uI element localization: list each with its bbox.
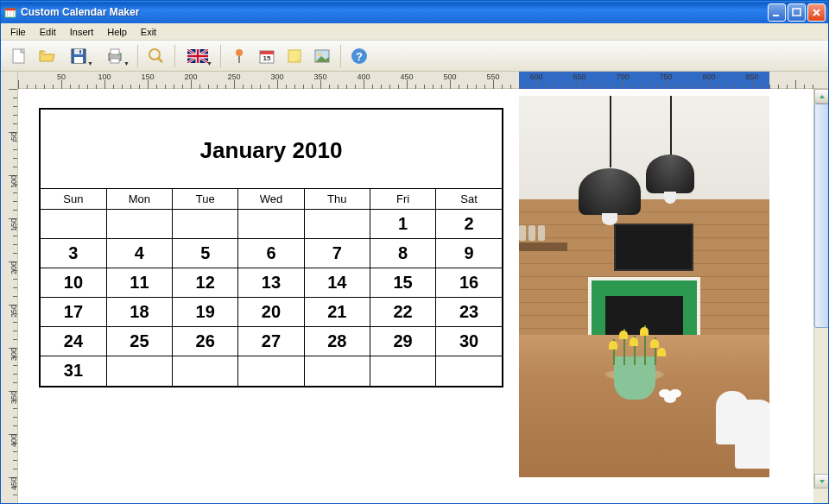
calendar-day-cell[interactable]: 18 [106, 298, 172, 327]
menu-file[interactable]: File [4, 25, 32, 39]
help-button[interactable]: ? [346, 43, 372, 69]
calendar-day-cell[interactable]: 19 [173, 298, 238, 327]
open-button[interactable] [34, 43, 60, 69]
calendar-day-cell[interactable]: 13 [238, 268, 304, 298]
calendar-day-cell[interactable] [370, 356, 435, 386]
calendar-day-cell[interactable]: 20 [238, 298, 304, 327]
ruler-label: 100 [98, 72, 111, 81]
calendar-day-cell[interactable]: 24 [41, 327, 106, 356]
ruler-label: 100 [9, 175, 18, 188]
calendar-day-cell[interactable]: 7 [304, 239, 370, 268]
scroll-up-button[interactable] [814, 89, 828, 104]
language-button[interactable]: ▼ [180, 43, 215, 69]
toolbar-separator [137, 45, 138, 67]
titlebar[interactable]: Custom Calendar Maker [1, 1, 828, 23]
ruler-label: 400 [9, 434, 18, 447]
svg-text:?: ? [356, 50, 363, 63]
ruler-label: 500 [443, 72, 456, 81]
svg-rect-5 [773, 15, 779, 16]
calendar-day-header: Fri [370, 189, 435, 210]
ruler-label: 150 [141, 72, 154, 81]
menu-help[interactable]: Help [101, 25, 133, 39]
ruler-label: 50 [57, 72, 66, 81]
image-region [519, 225, 562, 243]
note-button[interactable] [282, 43, 307, 69]
calendar-day-cell[interactable]: 26 [173, 327, 238, 356]
calendar-day-cell[interactable]: 5 [173, 239, 238, 268]
calendar-day-cell[interactable]: 10 [41, 268, 106, 298]
scroll-grip [813, 488, 828, 503]
new-button[interactable] [6, 43, 32, 69]
canvas[interactable]: January 2010 SunMonTueWedThuFriSat 12345… [18, 89, 813, 503]
calendar-day-cell[interactable]: 23 [436, 298, 502, 327]
calendar-day-cell[interactable]: 8 [370, 239, 435, 268]
ruler-horizontal-wrap: 5010015020025030035040045050055060065070… [1, 72, 828, 89]
workspace: 50100150200250300350400450 January 2010 … [1, 89, 828, 503]
calendar-day-cell[interactable]: 9 [436, 239, 502, 268]
calendar-day-header: Tue [173, 189, 238, 210]
insert-image-button[interactable] [309, 43, 335, 69]
calendar-day-cell[interactable]: 17 [41, 298, 106, 327]
calendar-day-cell[interactable]: 22 [370, 298, 435, 327]
calendar-day-cell[interactable] [173, 356, 238, 386]
ruler-label: 400 [357, 72, 370, 81]
menu-edit[interactable]: Edit [34, 25, 62, 39]
app-window: Custom Calendar Maker File Edit Insert H… [0, 0, 829, 504]
calendar-day-cell[interactable]: 1 [370, 210, 435, 239]
menu-insert[interactable]: Insert [64, 25, 100, 39]
calendar-day-cell[interactable]: 3 [41, 239, 106, 268]
calendar-day-cell[interactable]: 14 [304, 268, 370, 298]
calendar-day-cell[interactable]: 30 [436, 327, 502, 356]
calendar-day-cell[interactable] [173, 210, 238, 239]
ruler-vertical[interactable]: 50100150200250300350400450 [1, 89, 18, 503]
ruler-label: 50 [9, 132, 18, 141]
scroll-down-button[interactable] [814, 474, 828, 488]
calendar-day-cell[interactable]: 25 [106, 327, 172, 356]
save-button[interactable]: ▼ [61, 43, 96, 69]
calendar-day-cell[interactable]: 6 [238, 239, 304, 268]
toolbar: ▼ ▼ ▼ 15 ? [1, 41, 828, 72]
ruler-horizontal[interactable]: 5010015020025030035040045050055060065070… [18, 72, 828, 89]
calendar-day-cell[interactable]: 11 [106, 268, 172, 298]
svg-rect-11 [79, 50, 81, 54]
calendar-day-cell[interactable]: 15 [370, 268, 435, 298]
toolbar-separator [174, 45, 175, 67]
maximize-button[interactable] [788, 3, 806, 22]
pin-button[interactable] [226, 43, 252, 69]
calendar-type-button[interactable]: 15 [254, 43, 280, 69]
calendar-day-cell[interactable]: 29 [370, 327, 435, 356]
ruler-label: 300 [270, 72, 283, 81]
svg-rect-10 [74, 57, 83, 63]
calendar-day-cell[interactable]: 28 [304, 327, 370, 356]
calendar-day-cell[interactable] [106, 210, 172, 239]
calendar-day-cell[interactable] [304, 356, 370, 386]
calendar-day-cell[interactable]: 27 [238, 327, 304, 356]
scroll-thumb[interactable] [814, 104, 828, 328]
calendar-day-cell[interactable] [238, 356, 304, 386]
toolbar-separator [340, 45, 341, 67]
menu-exit[interactable]: Exit [135, 25, 162, 39]
calendar-day-cell[interactable]: 2 [436, 210, 502, 239]
calendar-day-cell[interactable]: 12 [173, 268, 238, 298]
ruler-label: 350 [9, 391, 18, 404]
calendar-day-cell[interactable]: 16 [436, 268, 502, 298]
calendar-day-cell[interactable] [238, 210, 304, 239]
calendar-day-cell[interactable] [106, 356, 172, 386]
image-region [735, 400, 769, 469]
calendar-grid: SunMonTueWedThuFriSat 123456789101112131… [41, 188, 502, 386]
minimize-button[interactable] [768, 3, 786, 22]
image-region [614, 224, 693, 271]
calendar-day-cell[interactable]: 4 [106, 239, 172, 268]
ruler-label: 850 [745, 72, 758, 81]
print-button[interactable]: ▼ [98, 43, 132, 69]
calendar-day-cell[interactable]: 31 [41, 356, 106, 386]
calendar-day-cell[interactable]: 21 [304, 298, 370, 327]
calendar-day-cell[interactable] [304, 210, 370, 239]
zoom-button[interactable] [143, 43, 169, 69]
close-button[interactable] [807, 3, 826, 22]
calendar-day-cell[interactable] [436, 356, 502, 386]
calendar-day-cell[interactable] [41, 210, 106, 239]
inserted-image[interactable] [519, 96, 769, 477]
calendar-object[interactable]: January 2010 SunMonTueWedThuFriSat 12345… [39, 108, 503, 387]
vertical-scrollbar[interactable] [813, 89, 828, 503]
